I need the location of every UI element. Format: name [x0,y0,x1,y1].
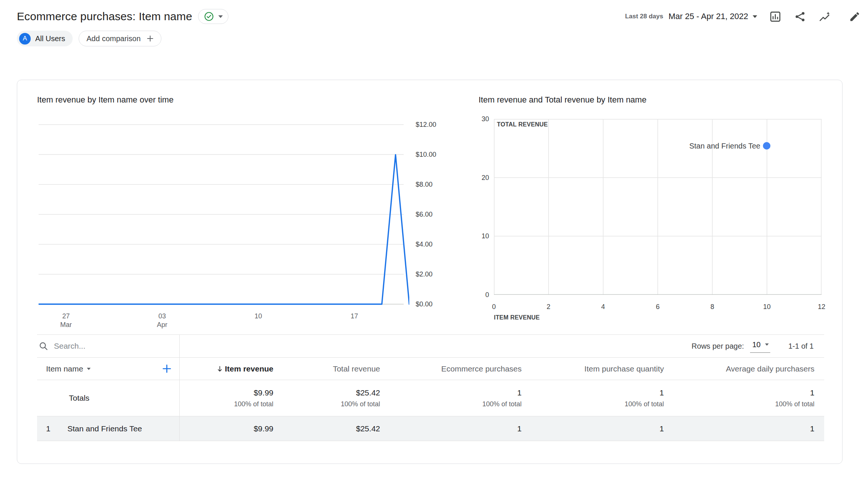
column-header-item-revenue[interactable]: Item revenue [180,364,273,373]
dimension-column-label: Item name [46,364,83,373]
report-actions [767,8,863,25]
x-axis-tick: 03Apr [157,312,167,329]
row-cell-item-purchase-quantity: 1 [522,424,664,433]
y-axis-labels: $12.00 $10.00 $8.00 $6.00 $4.00 $2.00 $0… [416,119,448,306]
row-cell-item-revenue: $9.99 [180,424,273,433]
comparison-avatar: A [19,33,31,45]
data-table: Rows per page: 10 1-1 of 1 Item name [37,334,824,441]
comparison-chip-all-users[interactable]: A All Users [17,31,73,46]
table-row[interactable]: 1 Stan and Friends Tee $9.99 $25.42 1 1 … [37,416,824,441]
chevron-down-icon [87,368,91,370]
y-axis-tick: $12.00 [416,120,436,129]
column-header-average-daily-purchasers[interactable]: Average daily purchasers [664,364,825,373]
x-axis-tick: 17 [350,312,358,321]
date-range-text: Mar 25 - Apr 21, 2022 [668,12,748,21]
chevron-down-icon [753,15,757,18]
y-axis-tick: 30 [482,115,489,123]
rows-per-page-value: 10 [752,340,761,349]
x-axis-tick: 4 [601,303,605,311]
y-axis-tick: 0 [485,291,489,299]
row-cell-total-revenue: $25.42 [273,424,380,433]
report-status-button[interactable] [198,9,228,24]
row-cell-average-daily-purchasers: 1 [664,424,825,433]
row-index: 1 [46,424,67,433]
column-header-total-revenue[interactable]: Total revenue [273,364,380,373]
x-axis-tick: 2 [547,303,550,311]
y-axis-tick: $4.00 [416,240,433,248]
table-search [37,335,180,357]
y-axis-tick: $8.00 [416,180,433,189]
column-header-item-purchase-quantity[interactable]: Item purchase quantity [522,364,664,373]
scatter-data-point [763,142,770,150]
row-dimension-cell: 1 Stan and Friends Tee [37,416,180,441]
row-cell-ecommerce-purchases: 1 [380,424,522,433]
dimension-column-header[interactable]: Item name [37,358,180,380]
customize-report-icon [769,10,781,23]
x-axis-tick: 8 [710,303,714,311]
totals-cell: $9.99 100% of total [180,388,273,408]
sort-descending-icon [216,365,224,373]
check-circle-icon [204,11,214,22]
scatter-chart-panel: Item revenue and Total revenue by Item n… [479,95,824,321]
share-icon [794,10,806,23]
totals-cell: 1 100% of total [522,388,664,408]
x-axis-tick: 6 [656,303,659,311]
y-axis-tick: $10.00 [416,150,436,159]
x-axis-tick: 10 [763,303,771,311]
x-axis-tick: 12 [818,303,825,311]
scatter-point-label: Stan and Friends Tee [689,142,761,150]
chevron-down-icon [218,15,223,18]
column-header-ecommerce-purchases[interactable]: Ecommerce purchases [380,364,522,373]
add-comparison-button[interactable]: Add comparison [79,31,161,46]
scatter-chart-title: Item revenue and Total revenue by Item n… [479,95,824,105]
add-dimension-icon[interactable] [161,363,173,374]
scatter-x-axis-title: ITEM REVENUE [494,314,822,321]
totals-label: Totals [37,380,180,416]
page-title: Ecommerce purchases: Item name [17,10,192,23]
scatter-chart-plot [494,119,822,295]
report-card: Item revenue by Item name over time 27Ma… [17,80,843,464]
insights-button[interactable] [816,8,833,25]
x-axis-tick: 27Mar [60,312,72,329]
pencil-icon [849,11,861,22]
row-item-name: Stan and Friends Tee [67,424,142,433]
x-axis-tick: 10 [255,312,262,321]
insights-icon [819,10,831,23]
line-chart-plot [39,119,409,306]
table-header-row: Item name Item revenue Total revenue Eco… [37,358,824,380]
table-toolbar: Rows per page: 10 1-1 of 1 [37,334,824,358]
totals-cell: $25.42 100% of total [273,388,380,408]
comparison-bar: A All Users Add comparison [17,31,868,46]
date-range-picker[interactable]: Mar 25 - Apr 21, 2022 [668,12,757,21]
y-axis-tick: $2.00 [416,270,433,278]
line-chart-series [39,155,409,304]
y-axis-tick: 20 [482,174,489,181]
topbar: Ecommerce purchases: Item name Last 28 d… [0,0,868,25]
y-axis-tick: $0.00 [416,300,433,308]
totals-cell: 1 100% of total [380,388,522,408]
table-totals-row: Totals $9.99 100% of total $25.42 100% o… [37,380,824,416]
line-chart-title: Item revenue by Item name over time [37,95,449,105]
y-axis-tick: $6.00 [416,210,433,218]
rows-per-page-select[interactable]: 10 [750,340,770,353]
search-input[interactable] [54,342,144,351]
y-axis-labels: 30 20 10 0 [479,119,494,295]
chevron-down-icon [765,343,769,346]
y-axis-tick: 10 [482,232,489,240]
search-icon [39,341,49,351]
customize-report-button[interactable] [767,8,783,25]
rows-per-page-label: Rows per page: [692,342,744,351]
x-axis-tick: 0 [492,303,496,311]
edit-report-button[interactable] [846,8,863,25]
date-range-preset-label: Last 28 days [625,13,663,20]
share-button[interactable] [792,8,808,25]
plus-icon [145,34,155,43]
totals-cell: 1 100% of total [664,388,825,408]
x-axis-labels: 0 2 4 6 8 10 12 [494,303,822,312]
scatter-y-axis-title: TOTAL REVENUE [497,121,548,128]
pagination-status: 1-1 of 1 [788,342,814,351]
add-comparison-label: Add comparison [87,34,141,43]
line-chart-panel: Item revenue by Item name over time 27Ma… [37,95,449,321]
comparison-label: All Users [35,34,65,43]
